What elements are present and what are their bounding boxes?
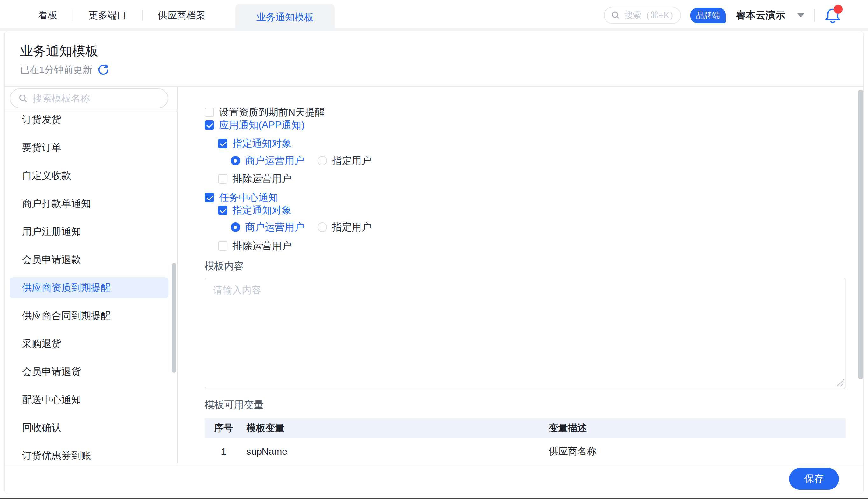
task-target-label: 指定通知对象 [233,204,292,217]
refresh-icon[interactable] [97,64,109,76]
col-header-desc: 变量描述 [549,422,846,435]
textarea-resize-handle[interactable] [837,379,844,386]
tab-business-notice-template[interactable]: 业务通知模板 [235,4,335,31]
template-content-textarea[interactable] [204,278,846,389]
variables-table: 序号 模板变量 变量描述 1 supName 供应商名称 [204,418,846,464]
remind-days-checkbox[interactable] [204,108,214,117]
col-header-variable: 模板变量 [247,422,549,435]
app-target-option: 指定通知对象 [218,137,292,150]
top-nav: 看板 更多端口 供应商档案 业务通知模板 搜索（⌘+K） 品牌端 睿本云演示 [0,0,868,31]
sidebar-item-supplier-qualification-expiry[interactable]: 供应商资质到期提醒 [10,277,168,298]
task-radio-operator: 商户运营用户 [231,221,305,234]
template-detail-panel: 设置资质到期前N天提醒 应用通知(APP通知) 指定通知对象 商户运营用户 指定… [178,87,864,464]
sidebar-item-order-coupon-arrival[interactable]: 订货优惠券到账 [10,442,168,464]
app-exclude-checkbox[interactable] [218,174,227,184]
app-notice-checkbox[interactable] [204,120,214,130]
tab-dashboard[interactable]: 看板 [23,1,73,29]
app-radio-operator-label: 商户运营用户 [245,154,305,167]
sidebar-item-purchase-return[interactable]: 采购退货 [10,330,168,358]
cell-desc: 供应商名称 [549,445,846,458]
cell-variable: supName [247,446,549,457]
app-screen: 看板 更多端口 供应商档案 业务通知模板 搜索（⌘+K） 品牌端 睿本云演示 [0,0,868,499]
sidebar-search-row: 搜索模板名称 [5,87,177,111]
sidebar-item-member-return[interactable]: 会员申请退货 [10,358,168,386]
chevron-down-icon[interactable] [797,13,804,17]
nav-right: 搜索（⌘+K） 品牌端 睿本云演示 [604,7,868,24]
app-notice-label: 应用通知(APP通知) [219,118,305,132]
search-icon [18,93,28,104]
task-radio-specified-control[interactable] [318,222,327,232]
sidebar-item-demand-order[interactable]: 要货订单 [10,134,168,162]
sidebar-item-merchant-payment[interactable]: 商户打款单通知 [10,190,168,218]
task-radio-operator-label: 商户运营用户 [245,221,305,234]
remind-days-option: 设置资质到期前N天提醒 [204,106,325,119]
app-target-checkbox[interactable] [218,139,227,148]
sidebar-item-custom-payment[interactable]: 自定义收款 [10,162,168,190]
sidebar-item-supplier-contract-expiry[interactable]: 供应商合同到期提醒 [10,302,168,330]
content-scrollbar-thumb[interactable] [858,90,863,379]
template-list: 订货发货 要货订单 自定义收款 商户打款单通知 用户注册通知 会员申请退款 供应… [5,112,177,464]
global-search-input[interactable]: 搜索（⌘+K） [604,7,681,24]
sidebar-item-member-refund[interactable]: 会员申请退款 [10,246,168,274]
page-card: 业务通知模板 已在1分钟前更新 搜索模板名称 订货发货 要货订单 自定义收 [4,31,864,494]
notification-dot [834,5,843,14]
card-footer: 保存 [5,464,863,494]
task-notice-checkbox[interactable] [204,193,214,203]
task-exclude-checkbox[interactable] [218,241,227,251]
app-radio-specified-control[interactable] [318,156,327,166]
global-search-placeholder: 搜索（⌘+K） [624,10,678,21]
account-name[interactable]: 睿本云演示 [736,9,785,22]
task-notice-option: 任务中心通知 [204,191,278,204]
app-radio-specified: 指定用户 [318,154,372,167]
sidebar-scrollbar-thumb[interactable] [172,263,176,373]
task-radio-specified: 指定用户 [318,221,372,234]
app-radio-operator-control[interactable] [231,156,240,166]
nav-tabs: 看板 更多端口 供应商档案 业务通知模板 [0,0,335,31]
page-title: 业务通知模板 [20,42,98,60]
app-notice-option: 应用通知(APP通知) [204,119,305,132]
remind-days-label: 设置资质到期前N天提醒 [219,106,325,119]
table-row: 1 supName 供应商名称 [204,438,846,464]
col-header-index: 序号 [204,422,247,435]
template-content-label: 模板内容 [204,259,244,273]
tab-more-ports[interactable]: 更多端口 [73,1,142,29]
nav-divider [814,9,815,22]
search-icon [611,11,620,20]
app-radio-operator: 商户运营用户 [231,154,305,167]
sidebar-item-distribution-notice[interactable]: 配送中心通知 [10,386,168,414]
tab-supplier-archive[interactable]: 供应商档案 [142,1,221,29]
task-radio-operator-control[interactable] [231,222,240,232]
task-exclude-option: 排除运营用户 [218,240,292,252]
template-sidebar: 搜索模板名称 订货发货 要货订单 自定义收款 商户打款单通知 用户注册通知 会员… [5,87,177,464]
last-updated-text: 已在1分钟前更新 [20,63,92,76]
app-radio-specified-label: 指定用户 [332,154,372,167]
notification-bell-button[interactable] [824,7,841,24]
cell-index: 1 [204,446,247,457]
task-exclude-label: 排除运营用户 [233,239,292,253]
task-radio-specified-label: 指定用户 [332,221,372,234]
save-button[interactable]: 保存 [789,468,839,490]
app-target-label: 指定通知对象 [233,137,292,150]
page-subtitle: 已在1分钟前更新 [20,63,109,76]
variables-table-header: 序号 模板变量 变量描述 [204,418,846,438]
task-notice-label: 任务中心通知 [219,191,278,204]
template-search-placeholder: 搜索模板名称 [33,92,90,105]
sidebar-item-order-ship[interactable]: 订货发货 [10,112,168,134]
app-exclude-label: 排除运营用户 [233,172,292,185]
template-search-input[interactable]: 搜索模板名称 [10,88,168,108]
sidebar-item-user-register[interactable]: 用户注册通知 [10,218,168,246]
app-exclude-option: 排除运营用户 [218,172,292,185]
task-target-checkbox[interactable] [218,206,227,215]
template-variables-label: 模板可用变量 [204,398,264,412]
task-target-option: 指定通知对象 [218,204,292,217]
brand-badge: 品牌端 [691,8,726,23]
sidebar-item-recycle-confirm[interactable]: 回收确认 [10,414,168,442]
